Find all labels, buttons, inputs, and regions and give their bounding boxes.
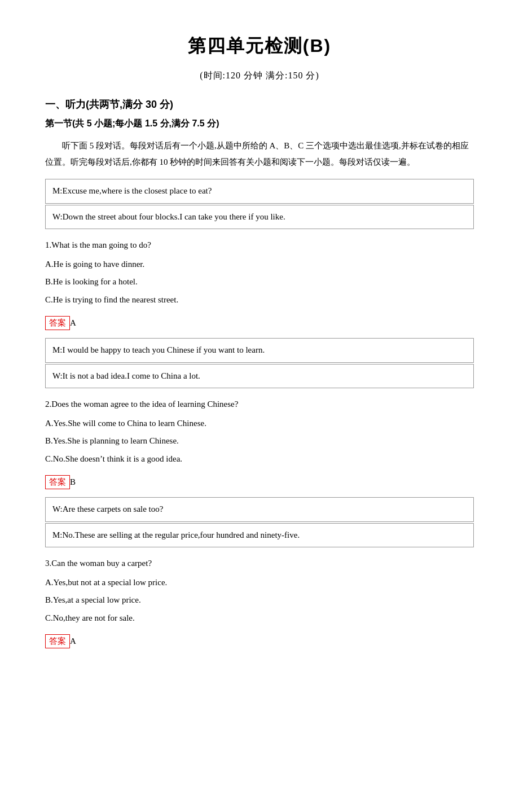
option-2c: C.No.She doesn’t think it is a good idea… bbox=[45, 452, 474, 467]
dialog-line-2-2: W:It is not a bad idea.I come to China a… bbox=[45, 364, 474, 389]
option-3b: B.Yes,at a special low price. bbox=[45, 593, 474, 608]
section1-title: 一、听力(共两节,满分 30 分) bbox=[45, 98, 474, 111]
option-2b: B.Yes.She is planning to learn Chinese. bbox=[45, 434, 474, 449]
answer-badge-1: 答案A bbox=[45, 310, 474, 338]
page-title: 第四单元检测(B) bbox=[45, 34, 474, 59]
option-1c: C.He is trying to find the nearest stree… bbox=[45, 293, 474, 308]
dialog-line-1-2: W:Down the street about four blocks.I ca… bbox=[45, 205, 474, 230]
question-1: 1.What is the man going to do? bbox=[45, 238, 474, 253]
answer-badge-2: 答案B bbox=[45, 469, 474, 497]
option-2a: A.Yes.She will come to China to learn Ch… bbox=[45, 416, 474, 431]
option-1b: B.He is looking for a hotel. bbox=[45, 275, 474, 289]
exam-subtitle: (时间:120 分钟 满分:150 分) bbox=[45, 70, 474, 82]
answer-badge-3: 答案A bbox=[45, 629, 474, 656]
dialog-line-3-2: M:No.These are selling at the regular pr… bbox=[45, 523, 474, 548]
subsection1-title: 第一节(共 5 小题;每小题 1.5 分,满分 7.5 分) bbox=[45, 118, 474, 130]
option-1a: A.He is going to have dinner. bbox=[45, 257, 474, 272]
question-2: 2.Does the woman agree to the idea of le… bbox=[45, 397, 474, 412]
dialog-group-1: M:Excuse me,where is the closest place t… bbox=[45, 179, 474, 229]
dialog-line-3-1: W:Are these carpets on sale too? bbox=[45, 497, 474, 522]
option-3c: C.No,they are not for sale. bbox=[45, 611, 474, 626]
dialog-line-2-1: M:I would be happy to teach you Chinese … bbox=[45, 338, 474, 363]
option-3a: A.Yes,but not at a special low price. bbox=[45, 576, 474, 590]
dialog-group-2: M:I would be happy to teach you Chinese … bbox=[45, 338, 474, 388]
question-3: 3.Can the woman buy a carpet? bbox=[45, 556, 474, 571]
dialog-group-3: W:Are these carpets on sale too? M:No.Th… bbox=[45, 497, 474, 547]
dialog-line-1-1: M:Excuse me,where is the closest place t… bbox=[45, 179, 474, 204]
listening-instruction: 听下面 5 段对话。每段对话后有一个小题,从题中所给的 A、B、C 三个选项中选… bbox=[45, 138, 474, 170]
